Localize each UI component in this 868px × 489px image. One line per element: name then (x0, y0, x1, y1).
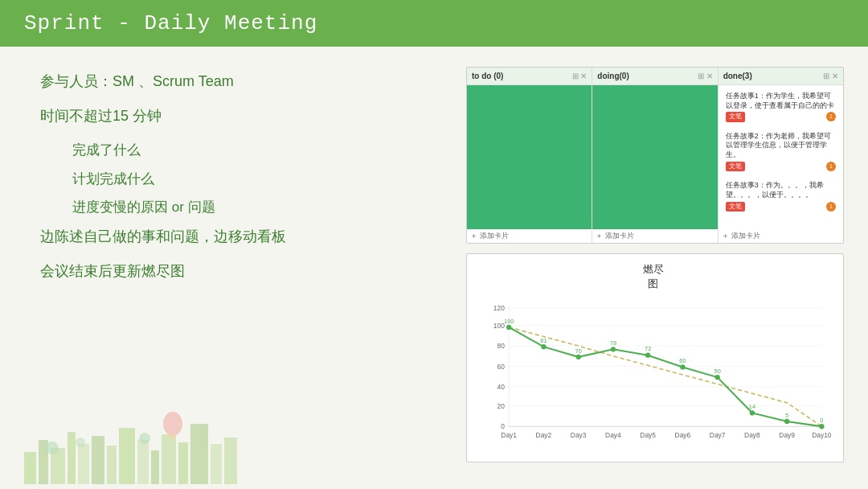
chart-area: 燃尽 图 0 20 40 (466, 253, 844, 462)
todo-add-card[interactable]: ＋ 添加卡片 (467, 229, 592, 243)
card-badge-1: 1 (826, 112, 836, 121)
doing-header: doing(0) ⊞ ✕ (592, 68, 717, 85)
plus-icon: ＋ (470, 231, 477, 241)
svg-text:0: 0 (820, 417, 823, 424)
chart-container: 0 20 40 60 80 100 120 Day1 Day2 Day3 Day… (475, 295, 831, 456)
text-planned: 计划完成什么 (40, 169, 450, 190)
data-point-3 (576, 355, 581, 360)
done-header: done(3) ⊞ ✕ (719, 68, 843, 85)
svg-rect-12 (190, 424, 208, 484)
data-point-4 (611, 347, 616, 352)
svg-text:5: 5 (785, 412, 788, 419)
svg-rect-3 (68, 432, 76, 484)
svg-text:Day8: Day8 (744, 431, 760, 439)
svg-rect-10 (162, 434, 176, 484)
data-point-9 (784, 419, 789, 424)
todo-title: to do (0) (472, 72, 503, 80)
svg-text:Day6: Day6 (675, 431, 691, 439)
data-point-2 (541, 344, 546, 349)
data-point-1 (506, 325, 511, 330)
text-completed: 完成了什么 (40, 140, 450, 161)
svg-text:Day1: Day1 (501, 431, 517, 439)
data-point-5 (645, 353, 650, 358)
data-point-8 (750, 411, 755, 416)
text-participants: 参与人员：SM 、Scrum Team (40, 71, 450, 92)
actual-line (509, 327, 821, 426)
svg-rect-11 (178, 442, 188, 484)
plus-icon: ＋ (596, 231, 603, 241)
text-move-board: 边陈述自己做的事和问题，边移动看板 (40, 226, 450, 248)
text-update-chart: 会议结束后更新燃尽图 (40, 261, 450, 282)
main-content: 参与人员：SM 、Scrum Team 时间不超过15 分钟 完成了什么 计划完… (0, 47, 868, 484)
card-badge-3: 1 (826, 202, 836, 212)
card-badge-2: 1 (826, 162, 836, 171)
svg-text:78: 78 (610, 339, 616, 347)
card-delete-3[interactable]: 文笔 (726, 202, 745, 212)
svg-text:20: 20 (497, 403, 506, 411)
svg-point-19 (139, 433, 150, 444)
svg-text:0: 0 (501, 423, 505, 431)
data-point-7 (714, 375, 719, 380)
svg-text:Day7: Day7 (710, 431, 726, 439)
chart-title: 燃尽 图 (475, 262, 831, 291)
svg-text:120: 120 (493, 304, 505, 312)
todo-body (467, 85, 592, 229)
kanban-col-todo: to do (0) ⊞ ✕ ＋ 添加卡片 (467, 68, 592, 243)
svg-text:Day5: Day5 (640, 431, 656, 439)
right-section: to do (0) ⊞ ✕ ＋ 添加卡片 doing(0) ⊞ ✕ (466, 63, 844, 476)
svg-point-17 (46, 442, 59, 454)
svg-rect-4 (78, 444, 89, 484)
svg-text:70: 70 (575, 347, 582, 355)
left-section: 参与人员：SM 、Scrum Team 时间不超过15 分钟 完成了什么 计划完… (40, 63, 450, 476)
svg-text:80: 80 (497, 343, 506, 351)
done-card-2: 任务故事2：作为老师，我希望可以管理学生信息，以便于管理学生。 文笔 1 (722, 129, 840, 175)
todo-header: to do (0) ⊞ ✕ (467, 68, 592, 85)
svg-text:40: 40 (497, 383, 506, 391)
svg-text:72: 72 (645, 346, 651, 353)
svg-text:14: 14 (749, 404, 755, 411)
svg-rect-16 (170, 434, 175, 439)
svg-text:50: 50 (714, 368, 721, 375)
done-card-3: 任务故事3：作为。。。，我希望。。。，以便于。。。。 文笔 1 (722, 178, 840, 215)
svg-rect-9 (151, 450, 159, 484)
svg-text:100: 100 (504, 318, 514, 325)
svg-rect-7 (119, 428, 135, 484)
svg-rect-14 (224, 438, 237, 484)
svg-rect-8 (137, 440, 149, 484)
svg-rect-13 (211, 444, 222, 484)
done-add-card[interactable]: ＋ 添加卡片 (719, 229, 843, 243)
text-time-limit: 时间不超过15 分钟 (40, 105, 450, 127)
svg-text:60: 60 (679, 358, 686, 365)
done-title: done(3) (723, 72, 752, 80)
card-delete-2[interactable]: 文笔 (726, 162, 745, 171)
text-issues: 进度变慢的原因 or 问题 (40, 197, 450, 218)
city-decoration (16, 388, 241, 484)
kanban-board: to do (0) ⊞ ✕ ＋ 添加卡片 doing(0) ⊞ ✕ (466, 67, 844, 244)
done-body: 任务故事1：作为学生，我希望可以登录，使于查看属于自己的的卡 文笔 1 任务故事… (719, 85, 843, 229)
svg-text:Day4: Day4 (605, 431, 621, 439)
doing-title: doing(0) (597, 72, 628, 80)
header-bar: Sprint - Daily Meeting (0, 0, 868, 47)
doing-body (592, 85, 717, 229)
svg-text:Day2: Day2 (536, 431, 552, 439)
svg-rect-5 (92, 436, 104, 484)
svg-text:Day9: Day9 (779, 431, 795, 439)
svg-text:Day10: Day10 (812, 431, 831, 439)
svg-rect-0 (24, 452, 36, 484)
page-title: Sprint - Daily Meeting (24, 11, 317, 35)
data-point-6 (680, 365, 685, 370)
ideal-line (509, 327, 821, 426)
plus-icon: ＋ (722, 231, 729, 241)
done-card-1: 任务故事1：作为学生，我希望可以登录，使于查看属于自己的的卡 文笔 1 (722, 88, 840, 125)
doing-add-card[interactable]: ＋ 添加卡片 (592, 229, 717, 243)
svg-text:81: 81 (540, 337, 547, 344)
svg-text:Day3: Day3 (571, 431, 587, 439)
svg-text:60: 60 (497, 363, 506, 371)
kanban-col-done: done(3) ⊞ ✕ 任务故事1：作为学生，我希望可以登录，使于查看属于自己的… (719, 68, 843, 243)
svg-rect-6 (107, 446, 117, 484)
card-delete-1[interactable]: 文笔 (726, 112, 745, 121)
svg-point-18 (76, 438, 85, 447)
data-point-10 (819, 424, 824, 429)
kanban-col-doing: doing(0) ⊞ ✕ ＋ 添加卡片 (592, 68, 718, 243)
svg-point-15 (163, 412, 182, 436)
